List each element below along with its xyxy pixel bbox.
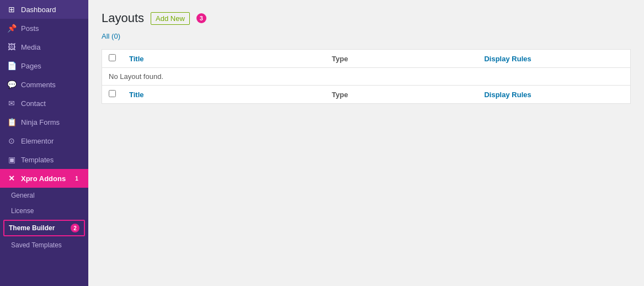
sidebar-subitem-general[interactable]: General [0, 188, 88, 203]
page-header: Layouts Add New 3 [102, 11, 631, 25]
sidebar-item-label: Posts [21, 24, 39, 33]
main-content: Layouts Add New 3 All (0) Title Type [88, 0, 644, 286]
no-layout-message: No Layout found. [102, 68, 631, 86]
ninja-forms-icon: 📋 [7, 118, 17, 126]
sidebar: ⊞ Dashboard 📌 Posts 🖼 Media 📄 Pages 💬 Co… [0, 0, 88, 286]
theme-builder-badge: 2 [71, 224, 79, 232]
sidebar-item-label: Pages [21, 62, 41, 70]
saved-templates-label: Saved Templates [11, 241, 62, 249]
select-all-col [102, 50, 123, 68]
display-rules-col-header[interactable]: Display Rules [477, 50, 630, 68]
pages-icon: 📄 [7, 61, 17, 70]
sidebar-item-comments[interactable]: 💬 Comments [0, 75, 88, 94]
sidebar-item-contact[interactable]: ✉ Contact [0, 94, 88, 113]
posts-icon: 📌 [7, 24, 17, 33]
sidebar-item-elementor[interactable]: ⊙ Elementor [0, 131, 88, 150]
title-col-footer[interactable]: Title [123, 86, 325, 104]
sidebar-item-pages[interactable]: 📄 Pages [0, 56, 88, 75]
general-label: General [11, 192, 35, 199]
title-col-label: Title [129, 55, 144, 63]
sidebar-subitem-theme-builder[interactable]: Theme Builder 2 [3, 220, 85, 236]
comments-icon: 💬 [7, 80, 17, 89]
type-col-footer-label: Type [332, 91, 348, 99]
filter-count: (0) [111, 32, 120, 40]
filter-all-label: All [102, 32, 109, 40]
xpro-addons-icon: ✕ [7, 174, 17, 183]
table-header-row: Title Type Display Rules [102, 50, 631, 68]
display-rules-col-footer-label: Display Rules [484, 91, 531, 99]
theme-builder-label: Theme Builder [9, 224, 55, 232]
layouts-table: Title Type Display Rules No Layout found… [102, 49, 631, 104]
sidebar-item-dashboard[interactable]: ⊞ Dashboard [0, 0, 88, 19]
sidebar-item-label: Comments [21, 81, 56, 89]
license-label: License [11, 207, 34, 215]
step-badge: 3 [196, 13, 206, 23]
templates-icon: ▣ [7, 155, 17, 164]
type-col-footer: Type [325, 86, 477, 104]
sidebar-item-posts[interactable]: 📌 Posts [0, 19, 88, 38]
sidebar-subitem-license[interactable]: License [0, 203, 88, 219]
sidebar-item-templates[interactable]: ▣ Templates [0, 150, 88, 169]
dashboard-icon: ⊞ [7, 5, 17, 14]
select-all-col-bottom [102, 86, 123, 104]
page-title: Layouts [102, 11, 144, 25]
sidebar-item-label: Xpro Addons [21, 174, 66, 183]
sidebar-item-xpro-addons[interactable]: ✕ Xpro Addons 1 [0, 169, 88, 188]
display-rules-col-footer[interactable]: Display Rules [477, 86, 630, 104]
select-all-checkbox[interactable] [109, 54, 116, 61]
type-col-label: Type [332, 55, 348, 63]
contact-icon: ✉ [7, 99, 17, 108]
sidebar-item-label: Media [21, 43, 40, 51]
no-layout-row: No Layout found. [102, 68, 631, 86]
title-col-footer-label: Title [129, 91, 144, 99]
elementor-icon: ⊙ [7, 136, 17, 145]
title-col-header[interactable]: Title [123, 50, 325, 68]
filter-bar: All (0) [102, 32, 631, 40]
sidebar-subitem-saved-templates[interactable]: Saved Templates [0, 237, 88, 253]
sidebar-item-label: Templates [21, 156, 54, 164]
media-icon: 🖼 [7, 43, 17, 51]
display-rules-col-label: Display Rules [484, 55, 531, 63]
table-footer-row: Title Type Display Rules [102, 86, 631, 104]
type-col-header: Type [325, 50, 477, 68]
add-new-button[interactable]: Add New [151, 12, 190, 25]
sidebar-item-label: Dashboard [21, 6, 56, 14]
sidebar-item-media[interactable]: 🖼 Media [0, 38, 88, 56]
sidebar-item-label: Elementor [21, 137, 54, 145]
sidebar-item-label: Contact [21, 99, 46, 108]
sidebar-item-label: Ninja Forms [21, 118, 60, 126]
xpro-badge: 1 [72, 174, 81, 183]
select-all-checkbox-bottom[interactable] [109, 90, 116, 97]
filter-all-link[interactable]: All (0) [102, 32, 120, 40]
sidebar-item-ninja-forms[interactable]: 📋 Ninja Forms [0, 113, 88, 131]
